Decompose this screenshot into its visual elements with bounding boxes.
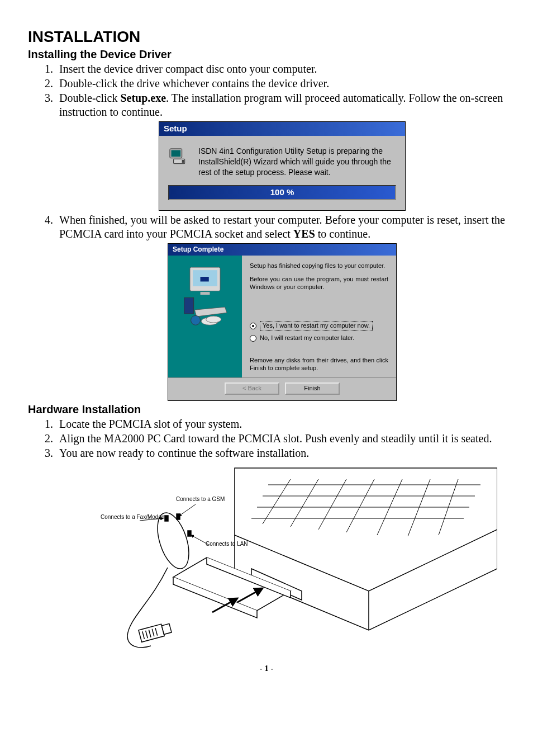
driver-step-4-post: to continue. [315,228,370,240]
setup-progress-bar: 100 % [168,185,396,200]
svg-rect-8 [184,297,194,314]
yes-bold: YES [293,228,315,240]
svg-rect-1 [172,150,181,157]
setup-complete-line2: Before you can use the program, you must… [250,276,388,291]
setup-progress-title: Setup [159,122,405,136]
setup-complete-dialog: Setup Complete [168,243,397,401]
driver-steps-list: Insert the device driver compact disc on… [28,62,505,401]
svg-rect-7 [201,292,210,295]
hardware-step-3: You are now ready to continue the softwa… [56,446,505,460]
back-button: < Back [225,382,279,395]
setup-progress-body: ISDN 4in1 Configuration Utility Setup is… [198,146,397,178]
svg-rect-3 [182,160,184,163]
setup-progress-dialog: Setup ISDN 4in1 Configuration Utility Se… [159,121,406,211]
restart-yes-row[interactable]: Yes, I want to restart my computer now. [250,321,388,331]
driver-step-2: Double-click the drive whichever contain… [56,77,505,91]
setup-complete-note: Remove any disks from their drives, and … [250,357,388,372]
page-number: - 1 - [28,664,505,673]
restart-yes-label: Yes, I want to restart my computer now. [260,321,373,331]
setup-complete-title: Setup Complete [168,244,396,256]
svg-rect-20 [161,624,172,635]
label-gsm: Connects to a GSM [176,496,225,502]
driver-step-4: When finished, you will be asked to rest… [56,213,505,401]
svg-rect-17 [177,514,180,519]
hardware-step-2: Align the MA2000 PC Card toward the PCMC… [56,432,505,446]
setup-complete-line1: Setup has finished copying files to your… [250,262,388,270]
section-installing-driver: Installing the Device Driver [28,48,505,61]
driver-step-3-pre: Double-click [59,92,120,104]
driver-step-4-pre: When finished, you will be asked to rest… [59,214,505,240]
svg-point-12 [206,316,221,323]
hardware-step-1: Locate the PCMCIA slot of your system. [56,417,505,431]
section-hardware-install: Hardware Installation [28,403,505,416]
installer-icon [167,146,189,168]
driver-step-1: Insert the device driver compact disc on… [56,62,505,76]
page-title: INSTALLATION [28,28,505,46]
hardware-illustration: Connects to a GSM Connects to a Fax/Mode… [67,462,497,658]
setup-complete-graphic [168,256,242,377]
label-fax: Connects to a Fax/Modem [101,514,166,520]
label-lan: Connects to LAN [206,541,248,547]
restart-no-row[interactable]: No, I will restart my computer later. [250,334,388,342]
radio-yes-icon[interactable] [250,323,256,329]
hardware-steps-list: Locate the PCMCIA slot of your system. A… [28,417,505,460]
restart-no-label: No, I will restart my computer later. [260,334,354,342]
svg-point-10 [191,316,201,325]
svg-marker-9 [194,307,227,316]
svg-line-26 [179,504,196,516]
driver-step-3: Double-click Setup.exe. The installation… [56,91,505,211]
radio-no-icon[interactable] [250,335,256,342]
finish-button[interactable]: Finish [285,382,340,395]
svg-rect-18 [188,531,191,536]
setup-exe-bold: Setup.exe [120,92,166,104]
svg-rect-6 [201,277,209,281]
